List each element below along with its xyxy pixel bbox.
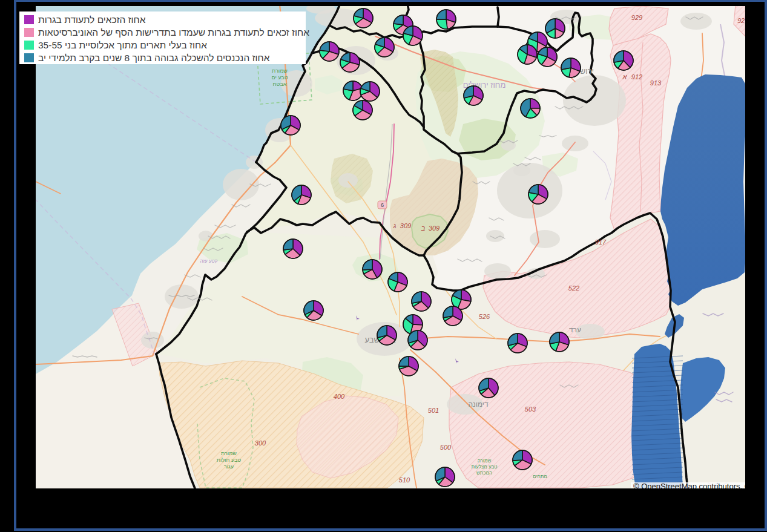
svg-text:שמורת: שמורת [221, 450, 237, 456]
svg-text:522: 522 [568, 284, 579, 292]
svg-text:92: 92 [737, 17, 745, 24]
svg-text:400: 400 [334, 393, 345, 400]
svg-text:917: 917 [595, 238, 607, 246]
svg-text:ערד: ערד [569, 326, 581, 334]
svg-text:מתחים: מתחים [533, 474, 547, 479]
svg-text:טבע מצלעות: טבע מצלעות [471, 464, 497, 470]
svg-text:א: א [622, 73, 628, 80]
svg-text:510: 510 [399, 476, 410, 484]
svg-text:שמורה: שמורה [478, 458, 492, 464]
svg-text:דימונה: דימונה [468, 400, 489, 409]
svg-text:ג: ג [393, 222, 397, 229]
svg-text:עגור: עגור [224, 464, 234, 470]
svg-text:913: 913 [650, 79, 662, 87]
svg-text:309: 309 [400, 222, 411, 229]
svg-text:300: 300 [255, 439, 266, 447]
svg-text:טבע ים: טבע ים [271, 74, 288, 80]
svg-text:שמורת: שמורת [272, 68, 288, 74]
svg-text:6: 6 [381, 202, 384, 208]
svg-text:501: 501 [428, 407, 439, 414]
svg-text:912: 912 [631, 73, 642, 80]
svg-text:המכתש: המכתש [476, 470, 492, 476]
svg-text:קטע עזה: קטע עזה [200, 258, 218, 264]
svg-text:500: 500 [440, 444, 452, 451]
svg-text:503: 503 [525, 406, 536, 413]
svg-text:526: 526 [479, 313, 490, 320]
svg-text:ב: ב [421, 225, 426, 232]
svg-text:929: 929 [631, 14, 642, 21]
svg-text:309: 309 [429, 225, 439, 232]
svg-text:אבטח: אבטח [273, 81, 287, 87]
svg-text:טבע חולות: טבע חולות [217, 457, 242, 463]
